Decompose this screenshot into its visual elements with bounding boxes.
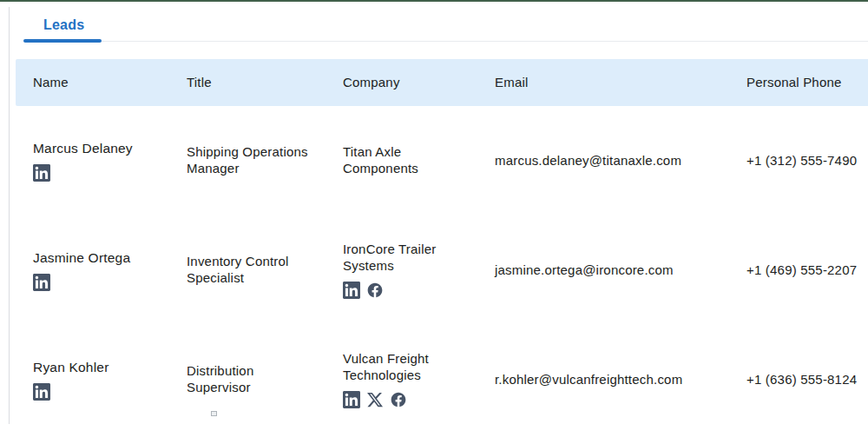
small-placeholder-artifact <box>211 411 217 416</box>
company-name: Vulcan Freight Technologies <box>343 351 477 384</box>
column-header-email: Email <box>477 75 729 91</box>
lead-social-icons <box>33 164 169 182</box>
name-cell: Marcus Delaney <box>16 140 169 182</box>
lead-phone: +1 (636) 555-8124 <box>746 372 868 388</box>
lead-name: Marcus Delaney <box>33 140 169 156</box>
leads-table: Name Title Company Email Personal Phone … <box>16 59 868 434</box>
x-icon[interactable] <box>366 391 384 408</box>
lead-title: Distribution Supervisor <box>187 363 326 396</box>
column-header-title: Title <box>169 75 326 91</box>
leads-table-body: Marcus Delaney Shipping Operations Manag… <box>16 106 868 434</box>
company-name: Titan Axle Components <box>343 144 477 177</box>
lead-name: Ryan Kohler <box>33 359 169 375</box>
linkedin-icon[interactable] <box>33 164 50 182</box>
title-cell: Inventory Control Specialist <box>169 254 326 287</box>
tab-active-underline <box>23 39 102 43</box>
column-header-name: Name <box>16 75 169 91</box>
lead-title: Shipping Operations Manager <box>187 144 326 177</box>
linkedin-icon[interactable] <box>33 383 50 401</box>
facebook-icon[interactable] <box>366 282 384 299</box>
linkedin-icon[interactable] <box>33 274 50 291</box>
lead-email: jasmine.ortega@ironcore.com <box>495 262 729 279</box>
company-cell: IronCore Trailer Systems <box>326 242 477 300</box>
title-cell: Distribution Supervisor <box>169 363 326 396</box>
table-row[interactable]: Jasmine Ortega Inventory Control Special… <box>16 215 868 325</box>
column-header-personal-phone: Personal Phone <box>729 75 868 91</box>
phone-cell: +1 (469) 555-2207 <box>729 262 868 279</box>
lead-social-icons <box>33 383 169 401</box>
linkedin-icon[interactable] <box>343 282 360 299</box>
company-cell: Titan Axle Components <box>326 144 477 177</box>
name-cell: Ryan Kohler <box>16 359 169 401</box>
lead-phone: +1 (312) 555-7490 <box>746 153 868 169</box>
lead-email: r.kohler@vulcanfreighttech.com <box>495 372 729 388</box>
table-header-row: Name Title Company Email Personal Phone <box>16 59 868 106</box>
email-cell: jasmine.ortega@ironcore.com <box>477 262 729 279</box>
tab-leads[interactable]: Leads <box>23 12 104 41</box>
window-top-border <box>0 0 868 2</box>
company-social-icons <box>343 391 477 408</box>
lead-social-icons <box>33 274 169 291</box>
lead-phone: +1 (469) 555-2207 <box>746 262 868 279</box>
company-name: IronCore Trailer Systems <box>343 242 477 275</box>
table-row[interactable]: Marcus Delaney Shipping Operations Manag… <box>16 106 868 215</box>
phone-cell: +1 (312) 555-7490 <box>729 153 868 169</box>
phone-cell: +1 (636) 555-8124 <box>729 372 868 388</box>
company-social-icons <box>343 282 477 299</box>
lead-name: Jasmine Ortega <box>33 249 169 266</box>
email-cell: r.kohler@vulcanfreighttech.com <box>477 372 729 388</box>
tab-leads-label: Leads <box>43 17 84 32</box>
linkedin-icon[interactable] <box>343 391 360 408</box>
facebook-icon[interactable] <box>390 391 407 408</box>
lead-email: marcus.delaney@titanaxle.com <box>495 153 729 169</box>
title-cell: Shipping Operations Manager <box>169 144 326 177</box>
left-divider-line <box>9 7 10 424</box>
column-header-company: Company <box>326 75 477 91</box>
name-cell: Jasmine Ortega <box>16 249 169 291</box>
tab-bar: Leads <box>23 12 868 42</box>
lead-title: Inventory Control Specialist <box>187 254 326 287</box>
email-cell: marcus.delaney@titanaxle.com <box>477 153 729 169</box>
company-cell: Vulcan Freight Technologies <box>326 351 477 409</box>
table-row[interactable]: Ryan Kohler Distribution Supervisor Vulc… <box>16 325 868 434</box>
